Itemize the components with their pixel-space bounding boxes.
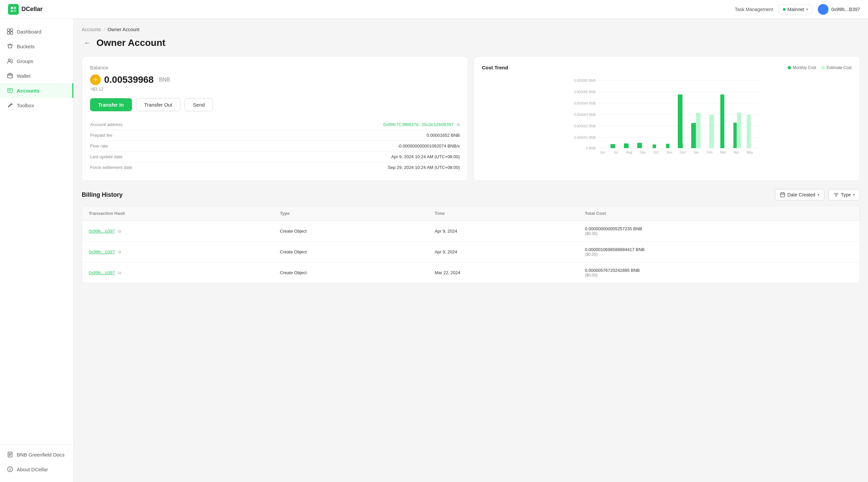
address-label: Account address [90, 122, 123, 127]
sidebar-item-docs[interactable]: BNB Greenfield Docs [0, 447, 73, 462]
tx-hash-link-1[interactable]: 0x99fc...b397 [89, 229, 115, 234]
sidebar-item-toolbox[interactable]: Toolbox [0, 98, 73, 113]
svg-rect-48 [747, 115, 751, 148]
copy-tx-icon-2[interactable]: ⧉ [118, 250, 121, 254]
svg-text:0.000005 BNB: 0.000005 BNB [574, 90, 596, 94]
copy-address-icon[interactable]: ⧉ [457, 122, 460, 127]
svg-rect-0 [11, 7, 13, 9]
task-management-link[interactable]: Task Management [735, 7, 773, 12]
svg-rect-47 [737, 113, 741, 148]
cost-trend-card: Cost Trend Monthly Cost Estimate Cost [473, 56, 860, 181]
billing-filters: Date Created ▾ Type ▾ [775, 189, 860, 200]
cost-cell-3: 0.00000576720242895 BNB ($0.00) [578, 262, 860, 283]
sidebar-item-buckets-label: Buckets [17, 44, 34, 49]
back-button[interactable]: ← [82, 37, 92, 48]
svg-point-10 [11, 77, 12, 77]
svg-text:0.000002 BNB: 0.000002 BNB [574, 124, 596, 128]
legend-estimate: Estimate Cost [822, 65, 851, 70]
svg-text:0.000001 BNB: 0.000001 BNB [574, 136, 596, 139]
table-row: 0x99fc...b397 ⧉ Create Object Mar 22, 20… [82, 262, 860, 283]
svg-text:0.000004 BNB: 0.000004 BNB [574, 102, 596, 105]
wallet-icon [7, 73, 13, 79]
copy-tx-icon-3[interactable]: ⧉ [118, 271, 121, 275]
sidebar-item-groups-label: Groups [17, 58, 33, 64]
bar-apr-monthly [691, 123, 696, 148]
balance-amount: 0.00539968 BNB [90, 75, 460, 85]
flow-rate-value: -0.000000000001062074 BNB/s [398, 143, 460, 148]
balance-usd: ≈$3.12 [90, 86, 460, 91]
date-filter-chevron-icon: ▾ [817, 192, 819, 197]
svg-rect-45 [720, 94, 724, 148]
sidebar: Dashboard Buckets [0, 19, 74, 482]
copy-tx-icon-1[interactable]: ⧉ [118, 229, 121, 234]
type-cell-2: Create Object [273, 242, 428, 262]
flow-rate-row: Flow rate -0.000000000001062074 BNB/s [90, 141, 460, 151]
topbar: DCellar Task Management Mainnet ▾ 0x99fc… [0, 0, 868, 19]
address-link[interactable]: 0x99fc7C3fBB37d...55c0c5260B397 [383, 122, 454, 127]
date-filter-label: Date Created [787, 192, 815, 197]
table-body: 0x99fc...b397 ⧉ Create Object Apr 9, 202… [82, 221, 860, 283]
svg-text:0.000006 BNB: 0.000006 BNB [574, 79, 596, 82]
legend-monthly-dot [787, 66, 791, 69]
sidebar-item-about-label: About DCellar [17, 466, 48, 472]
send-button[interactable]: Send [185, 98, 213, 111]
tx-hash-link-3[interactable]: 0x99fc...b397 [89, 270, 115, 275]
svg-text:Jul: Jul [614, 150, 618, 154]
billing-header: Billing History Date Created ▾ [82, 189, 860, 200]
sidebar-item-buckets[interactable]: Buckets [0, 39, 73, 54]
sidebar-item-wallet[interactable]: Wallet [0, 68, 73, 83]
balance-label: Balance [90, 65, 460, 70]
type-filter-label: Type [841, 192, 851, 197]
address-value: 0x99fc7C3fBB37d...55c0c5260B397 ⧉ [383, 122, 460, 127]
transfer-in-button[interactable]: Transfer In [90, 98, 132, 111]
sidebar-item-groups[interactable]: Groups [0, 54, 73, 68]
app-root: DCellar Task Management Mainnet ▾ 0x99fc… [0, 0, 868, 482]
cost-cell-2: 0.0000010698588884417 BNB ($0.00) [578, 242, 860, 262]
billing-table: Transaction Hash Type Time Total Cost 0x… [82, 206, 860, 283]
main-layout: Dashboard Buckets [0, 19, 868, 482]
svg-text:Feb: Feb [707, 150, 713, 154]
force-settlement-label: Force settlement date [90, 165, 132, 170]
col-tx-hash: Transaction Hash [82, 206, 273, 221]
sidebar-item-accounts[interactable]: Accounts [0, 83, 73, 98]
balance-currency: BNB [159, 77, 170, 83]
page-title: Owner Account [96, 37, 165, 48]
date-filter-button[interactable]: Date Created ▾ [775, 189, 824, 200]
svg-text:Mar: Mar [720, 150, 726, 154]
type-filter-chevron-icon: ▾ [853, 192, 855, 197]
type-cell-3: Create Object [273, 262, 428, 283]
table-row: 0x99fc...b397 ⧉ Create Object Apr 9, 202… [82, 242, 860, 262]
svg-text:Jan: Jan [693, 150, 699, 154]
calendar-icon [780, 192, 785, 197]
tool-icon [7, 102, 13, 109]
cost-cell-1: 0.000000000005257235 BNB ($0.00) [578, 221, 860, 242]
col-type: Type [273, 206, 428, 221]
sidebar-item-dashboard-label: Dashboard [17, 29, 41, 34]
cost-trend-title: Cost Trend [482, 65, 508, 70]
last-update-label: Last update date [90, 154, 123, 159]
last-update-row: Last update date Apr 9, 2024 10:24 AM (U… [90, 151, 460, 162]
type-cell-1: Create Object [273, 221, 428, 242]
svg-text:Nov: Nov [666, 150, 673, 154]
users-icon [7, 58, 13, 64]
svg-text:Aug: Aug [626, 150, 632, 154]
cost-trend-chart: 0.000006 BNB 0.000005 BNB 0.000004 BNB 0… [482, 76, 851, 156]
tx-hash-link-2[interactable]: 0x99fc...b397 [89, 249, 115, 254]
svg-text:Oct: Oct [653, 150, 659, 154]
tx-hash-cell-2: 0x99fc...b397 ⧉ [82, 242, 273, 262]
cost-usd-3: ($0.00) [585, 273, 853, 278]
breadcrumb-parent[interactable]: Accounts [82, 27, 101, 32]
logo-icon [8, 4, 19, 15]
network-chevron-icon: ▾ [806, 7, 808, 12]
cost-amount-2: 0.0000010698588884417 BNB [585, 247, 853, 252]
prepaid-fee-value: 0.00001652 BNB [427, 133, 460, 138]
network-selector[interactable]: Mainnet ▾ [779, 4, 813, 15]
force-settlement-row: Force settlement date Sep 29, 2024 10:24… [90, 162, 460, 173]
type-filter-button[interactable]: Type ▾ [829, 189, 860, 200]
sidebar-item-dashboard[interactable]: Dashboard [0, 24, 73, 39]
sidebar-item-about[interactable]: About DCellar [0, 462, 73, 477]
chart-legend: Monthly Cost Estimate Cost [787, 65, 851, 70]
legend-monthly: Monthly Cost [787, 65, 816, 70]
transfer-out-button[interactable]: Transfer Out [136, 98, 181, 111]
sidebar-item-accounts-label: Accounts [17, 88, 39, 93]
